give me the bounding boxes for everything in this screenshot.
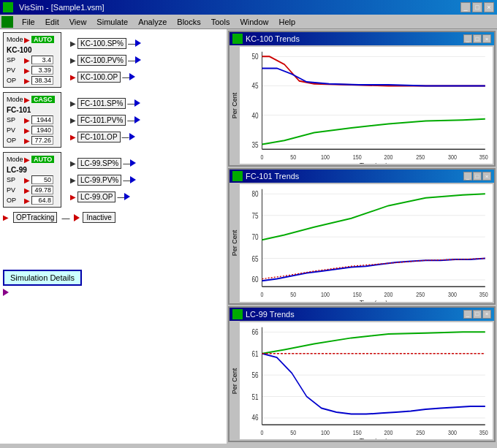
svg-text:40: 40 [251, 110, 258, 119]
kc100-op-arrow: ▶ [24, 77, 30, 85]
optracking-row: ▶ OPTracking — Inactive [3, 212, 224, 223]
fc101-sp-arrow: ▶ [24, 116, 30, 124]
right-panel: KC-100 Trends _ □ × Per Cent [227, 29, 497, 444]
lc99-sp-row: SP ▶ 50 [7, 175, 58, 185]
menu-help[interactable]: Help [275, 17, 300, 27]
lc99-op-label: LC-99.OP [77, 191, 115, 202]
lc99-chart-titlebar: LC-99 Trends _ □ × [229, 308, 494, 321]
fc101-minimize[interactable]: _ [463, 172, 472, 181]
fc101-pv-arrow-blue [134, 116, 140, 124]
maximize-button[interactable]: □ [472, 2, 482, 12]
lc99-op-arrow: ▶ [24, 197, 30, 205]
kc100-maximize[interactable]: □ [473, 34, 482, 43]
fc101-sp-arrow-blue [134, 99, 140, 107]
fc101-mode-badge: CASC [31, 96, 55, 103]
lc99-pv-signal: ▶ LC-99.PV% — [70, 175, 136, 186]
fc101-op-arrow: ▶ [24, 137, 30, 145]
kc100-close[interactable]: × [482, 34, 491, 43]
svg-text:150: 150 [353, 428, 362, 436]
optracking-arrow [74, 214, 80, 221]
svg-text:150: 150 [353, 153, 362, 161]
title-bar-controls[interactable]: _ □ × [460, 2, 494, 12]
kc100-mode-row: Mode ▶ AUTO [7, 34, 58, 45]
lc99-op-arrow-blue [124, 193, 130, 200]
svg-text:0: 0 [261, 153, 264, 161]
fc101-op-row: OP ▶ 77.26 [7, 135, 58, 145]
lc99-chart-controls[interactable]: _ □ × [463, 310, 491, 319]
kc100-sp-value: 3.4 [31, 56, 53, 64]
kc100-pv-row: PV ▶ 3.39 [7, 65, 58, 75]
svg-text:300: 300 [448, 153, 457, 161]
svg-text:65: 65 [251, 254, 258, 263]
svg-text:300: 300 [448, 428, 457, 436]
lc99-maximize[interactable]: □ [473, 310, 482, 319]
simulation-details-button[interactable]: Simulation Details [3, 270, 82, 286]
kc100-sp-signal: ▶ KC-100.SP% — [70, 38, 141, 49]
fc101-close[interactable]: × [482, 172, 491, 181]
svg-text:60: 60 [251, 275, 258, 284]
kc100-chart-title: KC-100 Trends [246, 34, 300, 43]
fc101-op-value: 77.26 [31, 136, 53, 145]
kc100-chart-controls[interactable]: _ □ × [463, 34, 491, 43]
menu-analyze[interactable]: Analyze [134, 17, 171, 27]
svg-text:Time (sec): Time (sec) [360, 437, 387, 439]
svg-text:35: 35 [251, 140, 258, 148]
kc100-pv-signal: ▶ KC-100.PV% — [70, 55, 141, 66]
bottom-arrow-area [3, 289, 224, 297]
fc101-chart-controls[interactable]: _ □ × [463, 172, 491, 181]
menu-edit[interactable]: Edit [41, 17, 64, 27]
fc101-svg: 80 75 70 65 60 0 50 100 150 200 250 300 … [240, 184, 493, 301]
svg-text:70: 70 [251, 232, 258, 241]
kc100-svg: 50 45 40 35 0 50 100 150 200 250 300 350… [240, 47, 493, 164]
fc101-controller: Mode ▶ CASC FC-101 SP ▶ 1944 PV ▶ [3, 92, 61, 148]
menu-blocks[interactable]: Blocks [172, 17, 205, 27]
lc99-pv-arrow-blue [130, 176, 136, 183]
kc100-op-value: 38.34 [31, 76, 53, 85]
lc99-close[interactable]: × [482, 310, 491, 319]
kc100-minimize[interactable]: _ [463, 34, 472, 43]
lc99-op-row: OP ▶ 64.8 [7, 195, 58, 205]
fc101-chart-body: Per Cent 80 75 70 [229, 183, 494, 303]
fc101-sp-row: SP ▶ 1944 [7, 115, 58, 125]
minimize-button[interactable]: _ [460, 2, 471, 12]
menu-simulate[interactable]: Simulate [92, 17, 132, 27]
menu-file[interactable]: File [18, 17, 39, 27]
kc100-pv-label: KC-100.PV% [77, 55, 126, 66]
svg-text:66: 66 [251, 327, 258, 336]
menu-tools[interactable]: Tools [207, 17, 235, 27]
lc99-name-row: LC-99 [7, 164, 58, 175]
menu-view[interactable]: View [65, 17, 91, 27]
lc99-svg: 66 61 56 51 46 0 50 100 150 200 250 300 … [240, 322, 493, 439]
optracking-label: OPTracking [13, 212, 57, 223]
svg-text:350: 350 [479, 428, 488, 436]
lc99-minimize[interactable]: _ [463, 310, 472, 319]
lc99-sp-label: LC-99.SP% [77, 158, 121, 169]
fc101-mode-row: Mode ▶ CASC [7, 94, 58, 105]
fc101-maximize[interactable]: □ [473, 172, 482, 181]
svg-text:200: 200 [384, 153, 393, 161]
svg-text:100: 100 [321, 153, 330, 161]
svg-text:250: 250 [416, 428, 425, 436]
svg-text:50: 50 [290, 428, 296, 436]
lc99-op-signal: ▶ LC-99.OP — [70, 191, 136, 202]
lc99-pv-value: 49.78 [31, 186, 53, 194]
menu-window[interactable]: Window [235, 17, 273, 27]
fc101-sp-label: FC-101.SP% [77, 98, 126, 109]
fc101-pv-arrow: ▶ [24, 126, 30, 134]
kc100-chart-titlebar: KC-100 Trends _ □ × [229, 32, 494, 45]
svg-text:80: 80 [251, 190, 258, 199]
close-button[interactable]: × [484, 2, 494, 12]
fc101-ctrl-area: Mode ▶ CASC FC-101 SP ▶ 1944 PV ▶ [3, 92, 224, 148]
kc100-chart-body: Per Cent 50 45 [229, 45, 494, 165]
kc100-sp-arrow: ▶ [24, 56, 30, 64]
lc99-chart-body: Per Cent 66 61 56 [229, 321, 494, 441]
lc99-mode-badge: AUTO [31, 156, 54, 163]
svg-text:250: 250 [416, 153, 425, 161]
svg-text:61: 61 [251, 349, 258, 357]
kc100-pv-arrow-blue [135, 56, 141, 64]
lc99-section: Mode ▶ AUTO LC-99 SP ▶ 50 PV ▶ [3, 152, 224, 208]
svg-text:56: 56 [251, 371, 258, 379]
kc100-name: KC-100 [7, 46, 31, 54]
window-title: VisSim - [Sample1.vsm] [19, 3, 105, 12]
svg-text:200: 200 [384, 428, 393, 436]
